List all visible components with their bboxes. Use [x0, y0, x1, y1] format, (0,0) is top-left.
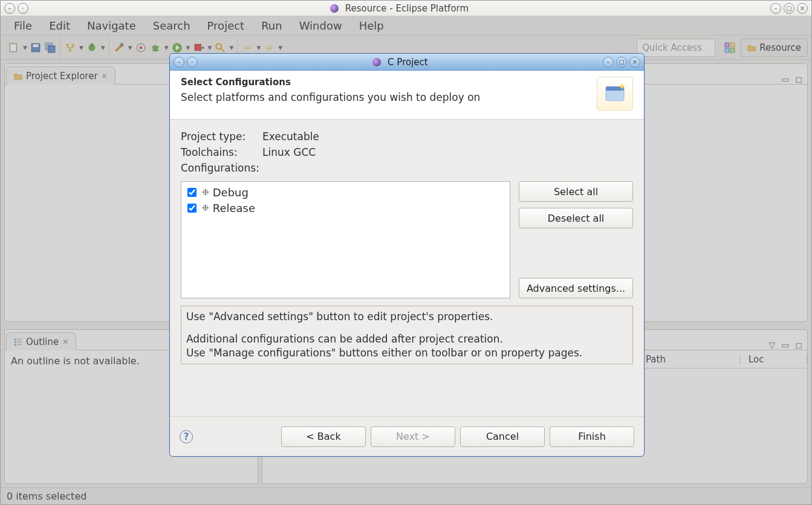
svg-rect-17 — [725, 43, 729, 47]
config-item-debug[interactable]: ❉ Debug — [185, 184, 506, 200]
svg-rect-2 — [33, 44, 38, 47]
perspective-label: Resource — [759, 42, 801, 53]
dialog-hint: Use "Advanced settings" button to edit p… — [181, 306, 633, 364]
cancel-button[interactable]: Cancel — [460, 426, 545, 447]
value-project-type: Executable — [262, 130, 633, 143]
chevron-down-icon[interactable]: ▼ — [23, 45, 27, 51]
label-project-type: Project type: — [181, 130, 262, 143]
config-release-checkbox[interactable] — [187, 204, 197, 213]
dialog-footer: ? < Back Next > Cancel Finish — [170, 416, 644, 456]
minimize-icon[interactable]: – — [770, 3, 781, 14]
hint-line-1: Use "Advanced settings" button to edit p… — [186, 310, 628, 324]
chevron-down-icon[interactable]: ▼ — [79, 45, 83, 51]
menu-run[interactable]: Run — [253, 17, 291, 34]
menu-project[interactable]: Project — [199, 17, 253, 34]
menu-edit[interactable]: Edit — [41, 17, 79, 34]
folder-icon — [747, 43, 756, 52]
wizard-banner-icon — [597, 77, 633, 111]
svg-point-16 — [216, 43, 222, 49]
perspective-resource-button[interactable]: Resource — [741, 39, 808, 57]
debug-config-icon[interactable] — [86, 42, 98, 54]
dialog-meta: Project type: Executable Toolchains: Lin… — [181, 130, 633, 174]
branch-icon[interactable] — [64, 42, 76, 54]
svg-rect-25 — [15, 344, 16, 346]
advanced-settings-button[interactable]: Advanced settings... — [519, 278, 633, 298]
menu-file[interactable]: File — [5, 17, 41, 34]
close-icon[interactable]: × — [797, 3, 808, 14]
configurations-list[interactable]: ❉ Debug ❉ Release — [181, 181, 510, 298]
debug-icon[interactable] — [149, 42, 161, 54]
dialog-maximize-icon[interactable]: □ — [616, 57, 627, 68]
menu-window[interactable]: Window — [291, 17, 351, 34]
dialog-minimize-icon[interactable]: – — [603, 57, 614, 68]
menu-navigate[interactable]: Navigate — [79, 17, 145, 34]
config-debug-label: Debug — [213, 186, 248, 199]
target-icon[interactable] — [135, 42, 147, 54]
svg-rect-18 — [730, 43, 735, 47]
tab-status-icon: ✕ — [102, 72, 108, 80]
dialog-header: Select Configurations Select platforms a… — [170, 71, 644, 120]
help-icon[interactable]: ? — [180, 430, 193, 443]
config-debug-checkbox[interactable] — [187, 188, 197, 197]
chevron-down-icon[interactable]: ▼ — [186, 45, 190, 51]
minimize-pane-icon[interactable]: ▭ — [781, 74, 789, 84]
value-toolchains: Linux GCC — [262, 146, 633, 158]
c-project-dialog: – · C Project – □ × Select Configuration… — [169, 53, 645, 457]
outline-tab-label: Outline — [26, 336, 59, 347]
dialog-menu-icon[interactable]: – — [174, 57, 184, 68]
chevron-down-icon[interactable]: ▼ — [128, 45, 132, 51]
quick-access-input[interactable]: Quick Access — [637, 39, 715, 57]
external-tools-icon[interactable] — [193, 42, 205, 54]
hint-line-3: Use "Manage configurations" buttons eith… — [186, 346, 628, 360]
tab-project-explorer[interactable]: Project Explorer ✕ — [6, 66, 115, 85]
chevron-down-icon[interactable]: ▼ — [278, 45, 282, 51]
tab-status-icon: ✕ — [62, 338, 68, 346]
svg-rect-4 — [48, 45, 55, 52]
save-all-icon[interactable] — [44, 42, 56, 54]
maximize-pane-icon[interactable]: ◻ — [795, 340, 802, 350]
chevron-down-icon[interactable]: ▼ — [164, 45, 169, 51]
run-icon[interactable] — [171, 42, 183, 54]
nav-forward-icon[interactable]: ⇨ — [263, 42, 275, 54]
eclipse-icon — [372, 58, 381, 66]
label-configurations: Configurations: — [181, 162, 262, 174]
dialog-titlebar: – · C Project – □ × — [170, 54, 644, 71]
chevron-down-icon[interactable]: ▼ — [229, 45, 233, 51]
maximize-pane-icon[interactable]: ◻ — [795, 74, 802, 84]
chevron-down-icon[interactable]: ▼ — [208, 45, 212, 51]
chevron-down-icon[interactable]: ▼ — [256, 45, 261, 51]
main-window-title: Resource - Eclipse Platform — [32, 3, 767, 14]
menu-search[interactable]: Search — [145, 17, 199, 34]
menu-help[interactable]: Help — [351, 17, 392, 34]
tab-outline[interactable]: Outline ✕ — [6, 332, 76, 350]
build-icon[interactable] — [113, 42, 125, 54]
dialog-pin-icon[interactable]: · — [187, 57, 198, 68]
minimize-pane-icon[interactable]: ▭ — [781, 340, 789, 350]
save-icon[interactable] — [30, 42, 42, 54]
chevron-down-icon[interactable]: ▼ — [101, 45, 105, 51]
finish-button[interactable]: Finish — [550, 426, 634, 447]
dialog-close-icon[interactable]: × — [629, 57, 640, 68]
nav-back-icon[interactable]: ⇦ — [241, 42, 253, 54]
new-icon[interactable] — [8, 42, 20, 54]
window-pin-icon[interactable]: · — [18, 3, 28, 14]
maximize-icon[interactable]: □ — [784, 3, 794, 14]
svg-point-13 — [152, 45, 158, 51]
svg-rect-21 — [15, 338, 16, 340]
window-menu-icon[interactable]: – — [4, 3, 15, 14]
svg-rect-23 — [15, 341, 16, 343]
back-button[interactable]: < Back — [281, 426, 366, 447]
next-button[interactable]: Next > — [371, 426, 455, 447]
config-item-release[interactable]: ❉ Release — [185, 200, 506, 216]
deselect-all-button[interactable]: Deselect all — [519, 208, 633, 228]
svg-point-7 — [69, 49, 72, 52]
search-icon[interactable] — [214, 42, 226, 54]
open-perspective-icon[interactable] — [724, 42, 736, 54]
select-all-button[interactable]: Select all — [519, 181, 633, 202]
view-menu-icon[interactable]: ▽ — [768, 340, 775, 350]
col-location[interactable]: Loc — [740, 354, 807, 365]
col-path[interactable]: Path — [637, 354, 740, 365]
svg-rect-15 — [195, 44, 201, 50]
main-window-title-text: Resource - Eclipse Platform — [345, 3, 469, 14]
svg-rect-24 — [17, 341, 22, 343]
